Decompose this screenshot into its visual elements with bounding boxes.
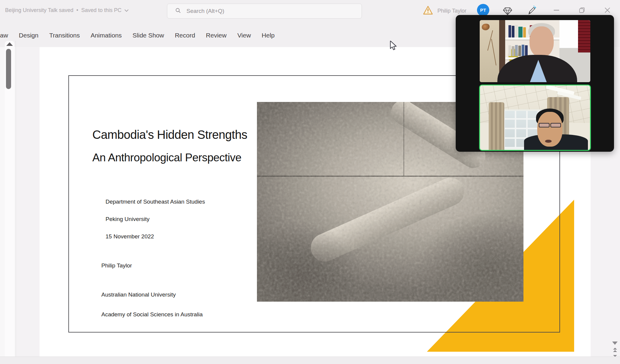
person-face: [529, 26, 554, 58]
affiliation-line: Australian National University: [101, 290, 203, 300]
participant-video-remote[interactable]: [480, 20, 590, 82]
tab-slide-show[interactable]: Slide Show: [133, 32, 164, 39]
scrollbar-down-arrow-icon[interactable]: [612, 342, 618, 345]
slide-title[interactable]: Cambodia's Hidden Strengths: [92, 128, 247, 142]
powerpoint-window: Beijing University Talk saved • Saved to…: [0, 0, 620, 364]
document-status-text: Beijing University Talk saved: [5, 7, 73, 13]
document-title: Beijing University Talk saved • Saved to…: [5, 6, 129, 14]
slide-subtitle[interactable]: An Anthropological Perspective: [92, 151, 241, 164]
tab-animations[interactable]: Animations: [91, 32, 122, 39]
institution-block[interactable]: Department of Southeast Asian Studies Pe…: [106, 189, 205, 249]
thumbnail-scrollbar-thumb[interactable]: [6, 49, 11, 89]
tab-view[interactable]: View: [237, 32, 251, 39]
curtain-left: [489, 102, 504, 150]
glasses: [539, 123, 561, 127]
tab-transitions[interactable]: Transitions: [49, 32, 80, 39]
book-row: [508, 44, 528, 56]
affiliation-block[interactable]: Australian National University Academy o…: [101, 280, 203, 329]
flower-stem: [491, 39, 496, 66]
title-separator: •: [76, 7, 78, 13]
search-bar[interactable]: [167, 4, 362, 19]
tab-draw-partial[interactable]: aw: [0, 32, 8, 39]
tab-review[interactable]: Review: [206, 32, 227, 39]
restore-button[interactable]: [577, 5, 587, 16]
participant-video-active-speaker[interactable]: [479, 85, 591, 151]
institution-line: 15 November 2022: [106, 232, 205, 241]
slide-author[interactable]: Philip Taylor: [101, 262, 132, 269]
warning-icon[interactable]: [423, 6, 433, 16]
status-bar: [0, 357, 620, 364]
affiliation-line: Academy of Social Sciences in Australia: [101, 309, 203, 319]
scroll-up-arrow-icon[interactable]: [6, 42, 13, 46]
red-textile: [578, 20, 590, 52]
chevron-down-icon[interactable]: [124, 7, 129, 13]
minimize-button[interactable]: [551, 5, 562, 16]
search-input[interactable]: [186, 7, 342, 15]
previous-slide-button[interactable]: [613, 347, 618, 354]
tab-design[interactable]: Design: [19, 32, 38, 39]
person-mouth: [545, 140, 552, 143]
ribbon-tab-bar: aw Design Transitions Animations Slide S…: [0, 28, 275, 42]
panel-gutter: [16, 47, 40, 357]
tab-help[interactable]: Help: [262, 32, 275, 39]
save-location-text[interactable]: Saved to this PC: [81, 7, 121, 13]
institution-line: Peking University: [106, 215, 205, 223]
mouse-cursor: [390, 41, 398, 52]
close-button[interactable]: [602, 5, 613, 16]
avatar[interactable]: PT: [477, 4, 489, 16]
tab-record[interactable]: Record: [175, 32, 195, 39]
account-user-name[interactable]: Philip Taylor: [437, 8, 466, 14]
thumbnail-scrollbar-track[interactable]: [5, 41, 14, 364]
search-icon: [175, 7, 181, 15]
institution-line: Department of Southeast Asian Studies: [106, 197, 205, 206]
flower-decoration: [482, 24, 490, 30]
video-call-overlay[interactable]: [456, 15, 614, 152]
